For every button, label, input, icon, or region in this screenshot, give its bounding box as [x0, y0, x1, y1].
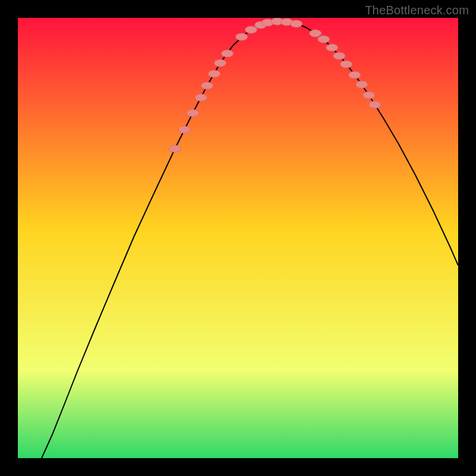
curve-marker — [187, 109, 199, 117]
curve-marker — [178, 126, 190, 133]
curve-marker — [169, 145, 181, 152]
curve-marker — [236, 33, 248, 40]
chart-container: TheBottleneck.com — [0, 0, 476, 476]
chart-svg — [18, 18, 458, 458]
curve-marker — [318, 36, 330, 43]
curve-marker — [356, 81, 368, 88]
curve-marker — [369, 101, 381, 108]
curve-marker — [349, 71, 361, 79]
curve-marker — [221, 50, 233, 57]
curve-marker — [201, 82, 213, 89]
gradient-background — [18, 18, 458, 458]
curve-marker — [290, 20, 302, 27]
curve-marker — [309, 30, 321, 37]
curve-marker — [363, 92, 375, 99]
curve-marker — [340, 61, 352, 68]
curve-marker — [214, 60, 226, 67]
watermark-text: TheBottleneck.com — [365, 4, 469, 17]
curve-marker — [326, 44, 338, 51]
plot-area — [18, 18, 458, 458]
curve-marker — [208, 70, 220, 77]
curve-marker — [245, 26, 257, 33]
curve-marker — [195, 94, 207, 101]
curve-marker — [333, 52, 345, 60]
